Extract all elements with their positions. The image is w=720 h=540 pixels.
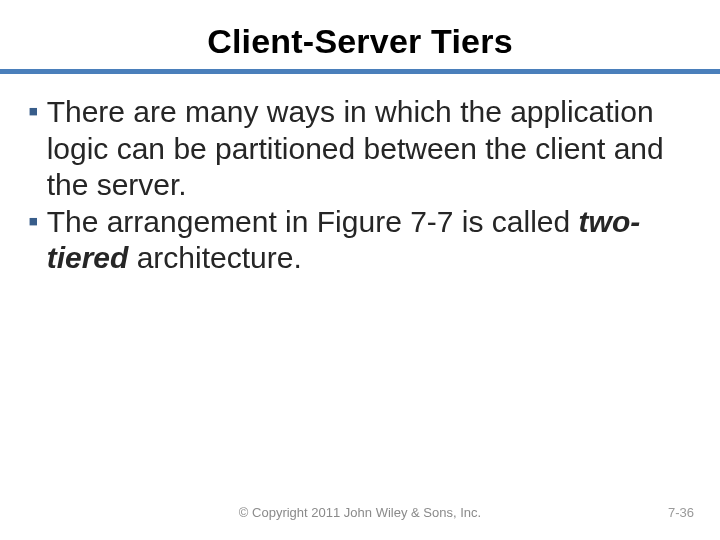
slide-title: Client-Server Tiers [0,0,720,69]
bullet-item: ▪ There are many ways in which the appli… [28,94,692,204]
bullet-icon: ▪ [28,95,39,127]
bullet-text-post: architecture. [128,241,301,274]
footer: © Copyright 2011 John Wiley & Sons, Inc.… [0,505,720,520]
page-number: 7-36 [668,505,694,520]
bullet-item: ▪ The arrangement in Figure 7-7 is calle… [28,204,692,277]
bullet-text-pre: The arrangement in Figure 7-7 is called [47,205,579,238]
bullet-icon: ▪ [28,205,39,237]
bullet-text: The arrangement in Figure 7-7 is called … [47,204,692,277]
bullet-text-pre: There are many ways in which the applica… [47,95,664,201]
slide: Client-Server Tiers ▪ There are many way… [0,0,720,540]
bullet-text: There are many ways in which the applica… [47,94,692,204]
copyright-text: © Copyright 2011 John Wiley & Sons, Inc. [26,505,694,520]
content-area: ▪ There are many ways in which the appli… [0,74,720,277]
